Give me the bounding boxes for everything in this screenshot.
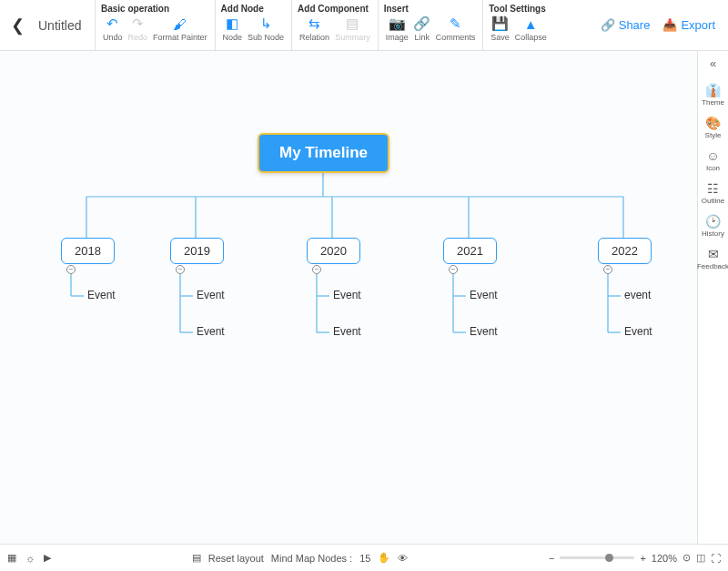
- save-icon: 💾: [491, 15, 508, 32]
- format-painter-icon: 🖌: [172, 15, 188, 32]
- feedback-icon: ✉: [708, 247, 719, 261]
- export-button[interactable]: 📥 Export: [662, 18, 715, 32]
- group-tool-label: Tool Settings: [489, 4, 549, 14]
- comments-button[interactable]: ✎ Comments: [434, 15, 478, 42]
- group-add-component: Add Component ⇆ Relation ▤ Summary: [291, 0, 378, 50]
- relation-icon: ⇆: [307, 15, 323, 32]
- format-painter-button[interactable]: 🖌 Format Painter: [151, 15, 209, 42]
- root-node[interactable]: My Timeline: [258, 133, 389, 173]
- theme-icon: 👔: [705, 83, 721, 97]
- undo-button[interactable]: ↶ Undo: [101, 15, 125, 42]
- group-basic-operation: Basic operation ↶ Undo ↷ Redo 🖌 Format P…: [95, 0, 215, 50]
- leaf-node[interactable]: Event: [470, 289, 498, 301]
- reset-layout-icon[interactable]: ▤: [192, 552, 201, 564]
- summary-icon: ▤: [344, 15, 360, 32]
- toolbar-right: 🔗 Share 📥 Export: [601, 0, 724, 50]
- group-tool-settings: Tool Settings 💾 Save ▲ Collapse: [482, 0, 554, 50]
- image-button[interactable]: 📷 Image: [384, 15, 410, 42]
- right-panel: « 👔Theme 🎨Style ☺Icon ☷Outline 🕑History …: [697, 51, 728, 544]
- style-tab[interactable]: 🎨Style: [705, 116, 722, 139]
- image-icon: 📷: [389, 15, 405, 32]
- group-basic-label: Basic operation: [101, 4, 209, 14]
- zoom-slider-thumb[interactable]: [605, 554, 613, 562]
- group-insert-label: Insert: [384, 4, 478, 14]
- toolbar-spacer: [554, 0, 601, 50]
- group-insert: Insert 📷 Image 🔗 Link ✎ Comments: [378, 0, 483, 50]
- collapse-handle[interactable]: −: [449, 265, 458, 274]
- outline-tab[interactable]: ☷Outline: [702, 181, 724, 205]
- export-label: Export: [681, 18, 715, 32]
- link-icon: 🔗: [414, 15, 430, 32]
- leaf-node[interactable]: Event: [470, 325, 498, 338]
- theme-dark-toggle[interactable]: ☼: [25, 553, 35, 564]
- fullscreen-button[interactable]: ⛶: [711, 553, 721, 564]
- undo-icon: ↶: [105, 15, 121, 32]
- panel-collapse-button[interactable]: «: [710, 56, 716, 70]
- presentation-button[interactable]: ▶: [44, 552, 51, 564]
- collapse-handle[interactable]: −: [66, 265, 76, 274]
- relation-button[interactable]: ⇆ Relation: [298, 15, 331, 42]
- share-label: Share: [619, 18, 651, 32]
- redo-icon: ↷: [129, 15, 146, 32]
- year-node[interactable]: 2021: [443, 238, 497, 264]
- fit-screen-button[interactable]: ◫: [696, 552, 705, 564]
- leaf-node[interactable]: Event: [333, 325, 361, 338]
- zoom-slider[interactable]: [560, 556, 634, 559]
- view-toggle[interactable]: 👁: [398, 553, 408, 564]
- year-node[interactable]: 2019: [170, 238, 224, 264]
- canvas[interactable]: My Timeline2018−Event2019−EventEvent2020…: [0, 51, 697, 544]
- collapse-icon: ▲: [522, 15, 539, 32]
- feedback-tab[interactable]: ✉Feedback: [697, 247, 728, 270]
- zoom-out-button[interactable]: −: [549, 553, 554, 564]
- reset-layout-button[interactable]: Reset layout: [208, 553, 264, 564]
- export-icon: 📥: [662, 18, 677, 32]
- back-button[interactable]: ❮: [4, 0, 31, 50]
- subnode-icon: ↳: [258, 15, 274, 32]
- style-icon: 🎨: [705, 116, 721, 130]
- group-add-node: Add Node ◧ Node ↳ Sub Node: [215, 0, 292, 50]
- statusbar-left: ▦ ☼ ▶: [7, 552, 51, 564]
- collapse-button[interactable]: ▲ Collapse: [513, 15, 549, 42]
- leaf-node[interactable]: Event: [87, 289, 116, 301]
- group-addcomponent-label: Add Component: [298, 4, 372, 14]
- zoom-in-button[interactable]: +: [640, 553, 645, 564]
- leaf-node[interactable]: Event: [197, 289, 225, 301]
- year-node[interactable]: 2022: [598, 238, 652, 264]
- redo-button[interactable]: ↷ Redo: [126, 15, 150, 42]
- leaf-node[interactable]: Event: [624, 325, 652, 338]
- year-node[interactable]: 2020: [307, 238, 360, 264]
- statusbar: ▦ ☼ ▶ ▤ Reset layout Mind Map Nodes : 15…: [0, 544, 728, 571]
- link-button[interactable]: 🔗 Link: [412, 15, 432, 42]
- theme-tab[interactable]: 👔Theme: [702, 83, 724, 107]
- outline-icon: ☷: [707, 181, 719, 196]
- collapse-handle[interactable]: −: [312, 265, 321, 274]
- group-addnode-label: Add Node: [221, 4, 287, 14]
- summary-button[interactable]: ▤ Summary: [333, 15, 372, 42]
- icon-tab[interactable]: ☺Icon: [706, 148, 720, 172]
- node-button[interactable]: ◧ Node: [221, 15, 245, 42]
- nodecount-label: Mind Map Nodes :: [271, 553, 352, 564]
- zoom-value: 120%: [652, 553, 677, 564]
- nodecount-value: 15: [359, 553, 370, 564]
- toolbar: ❮ Untitled Basic operation ↶ Undo ↷ Redo…: [0, 0, 728, 51]
- collapse-handle[interactable]: −: [176, 265, 185, 274]
- statusbar-right: − + 120% ⊙ ◫ ⛶: [549, 552, 721, 564]
- icon-icon: ☺: [706, 148, 719, 163]
- fit-center-button[interactable]: ⊙: [682, 552, 691, 564]
- statusbar-center: ▤ Reset layout Mind Map Nodes : 15 ✋ 👁: [51, 552, 549, 564]
- history-tab[interactable]: 🕑History: [702, 214, 724, 238]
- collapse-handle[interactable]: −: [603, 265, 612, 274]
- history-icon: 🕑: [705, 214, 721, 229]
- leaf-node[interactable]: event: [624, 289, 651, 301]
- grid-toggle[interactable]: ▦: [7, 552, 16, 564]
- share-button[interactable]: 🔗 Share: [601, 18, 651, 32]
- hand-tool[interactable]: ✋: [378, 552, 390, 564]
- year-node[interactable]: 2018: [61, 238, 115, 264]
- node-icon: ◧: [224, 15, 240, 32]
- leaf-node[interactable]: Event: [333, 289, 361, 301]
- leaf-node[interactable]: Event: [197, 325, 225, 338]
- document-title[interactable]: Untitled: [31, 0, 95, 50]
- subnode-button[interactable]: ↳ Sub Node: [246, 15, 286, 42]
- share-icon: 🔗: [601, 18, 615, 32]
- save-button[interactable]: 💾 Save: [489, 15, 511, 42]
